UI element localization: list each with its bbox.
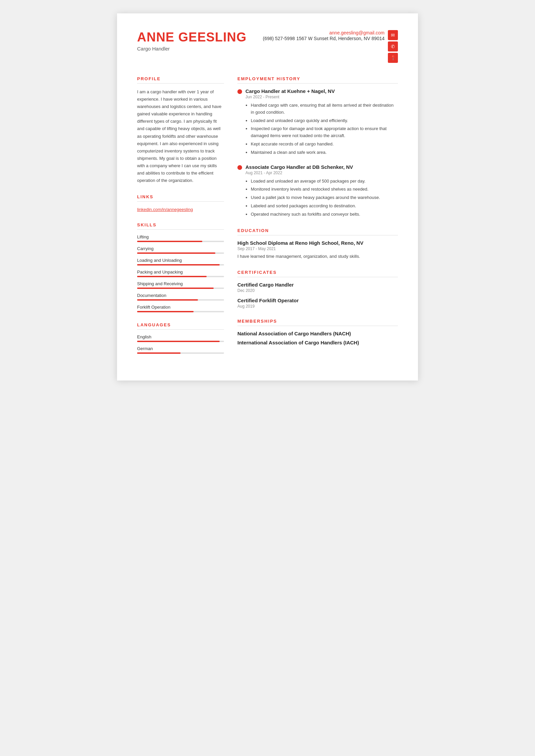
skill-item: Shipping and Receiving (137, 281, 224, 289)
header: ANNE GEESLING Cargo Handler anne.geeslin… (137, 30, 398, 63)
languages-section: LANGUAGES English German (137, 322, 224, 354)
job-bullet: Loaded and unloaded cargo quickly and ef… (251, 117, 398, 124)
education-description: I have learned time management, organiza… (237, 253, 398, 260)
linkedin-link[interactable]: linkedin.com/in/annegeesling (137, 206, 224, 212)
header-right: anne.geesling@gmail.com (698) 527-5998 1… (263, 30, 398, 63)
skill-bar-background (137, 241, 224, 242)
membership-item: National Association of Cargo Handlers (… (237, 331, 398, 336)
skill-name: Shipping and Receiving (137, 281, 224, 286)
skill-item: Lifting (137, 234, 224, 242)
job-dates: Aug 2021 - Apr 2022 (245, 171, 398, 175)
skill-bar-background (137, 299, 224, 301)
skill-bar-background (137, 276, 224, 277)
skill-name: Lifting (137, 234, 224, 239)
skills-list: Lifting Carrying Loading and Unloading P… (137, 234, 224, 312)
skills-section-title: SKILLS (137, 222, 224, 230)
profile-section-title: PROFILE (137, 76, 224, 84)
language-item: English (137, 334, 224, 342)
skill-item: Carrying (137, 246, 224, 254)
certificate-date: Dec 2020 (237, 288, 398, 293)
skill-item: Documentation (137, 293, 224, 301)
education-item: High School Diploma at Reno High School,… (237, 240, 398, 260)
skill-name: Documentation (137, 293, 224, 298)
job-bullet: Labeled and sorted packages according to… (251, 203, 398, 210)
skill-bar-fill (137, 252, 215, 254)
education-title: High School Diploma at Reno High School,… (237, 240, 398, 246)
employment-list: Cargo Handler at Kuehne + Nagel, NV Jun … (237, 88, 398, 218)
skill-item: Loading and Unloading (137, 258, 224, 265)
location-icon: 📍 (388, 53, 398, 63)
job-bullet: Maintained a clean and safe work area. (251, 149, 398, 156)
job-dates: Jun 2022 - Present (245, 95, 398, 99)
skill-name: Loading and Unloading (137, 258, 224, 263)
skill-bar-background (137, 288, 224, 289)
job-title: Associate Cargo Handler at DB Schenker, … (245, 164, 353, 170)
education-section-title: EDUCATION (237, 228, 398, 235)
job-dot (237, 89, 242, 94)
skill-name: Carrying (137, 246, 224, 251)
membership-item: International Association of Cargo Handl… (237, 340, 398, 345)
language-bar-background (137, 352, 224, 354)
skill-bar-background (137, 264, 224, 265)
employment-section-title: EMPLOYMENT HISTORY (237, 76, 398, 84)
job-item: Associate Cargo Handler at DB Schenker, … (237, 164, 398, 218)
skill-name: Forklift Operation (137, 305, 224, 310)
job-bullet: Loaded and unloaded an average of 500 pa… (251, 178, 398, 185)
skill-bar-background (137, 252, 224, 254)
phone-number: (698) 527-5998 (263, 36, 295, 41)
certificate-date: Aug 2019 (237, 304, 398, 309)
job-header: Cargo Handler at Kuehne + Nagel, NV (237, 88, 398, 94)
education-list: High School Diploma at Reno High School,… (237, 240, 398, 260)
skill-bar-fill (137, 299, 198, 301)
certificates-list: Certified Cargo Handler Dec 2020 Certifi… (237, 282, 398, 309)
address: 1567 W Sunset Rd, Henderson, NV 89014 (296, 36, 385, 41)
job-dot (237, 165, 242, 170)
links-section-title: LINKS (137, 194, 224, 202)
left-column: PROFILE I am a cargo handler with over 1… (137, 76, 224, 364)
job-bullets: Loaded and unloaded an average of 500 pa… (245, 178, 398, 218)
memberships-section-title: MEMBERSHIPS (237, 319, 398, 326)
skill-bar-fill (137, 311, 194, 312)
skill-item: Forklift Operation (137, 305, 224, 312)
job-bullets: Handled cargo with care, ensuring that a… (245, 102, 398, 156)
education-section: EDUCATION High School Diploma at Reno Hi… (237, 228, 398, 260)
profile-text: I am a cargo handler with over 1 year of… (137, 88, 224, 184)
linkedin-anchor[interactable]: linkedin.com/in/annegeesling (137, 207, 193, 212)
job-bullet: Handled cargo with care, ensuring that a… (251, 102, 398, 116)
education-dates: Sep 2017 - May 2021 (237, 246, 398, 251)
memberships-list: National Association of Cargo Handlers (… (237, 331, 398, 345)
language-item: German (137, 346, 224, 354)
language-bar-fill (137, 352, 181, 354)
main-content: PROFILE I am a cargo handler with over 1… (137, 76, 398, 364)
job-header: Associate Cargo Handler at DB Schenker, … (237, 164, 398, 170)
contact-icons: ✉ ✆ 📍 (388, 30, 398, 63)
certificate-name: Certified Forklift Operator (237, 298, 398, 303)
job-bullet: Kept accurate records of all cargo handl… (251, 141, 398, 148)
skills-section: SKILLS Lifting Carrying Loading and Unlo… (137, 222, 224, 312)
certificate-item: Certified Cargo Handler Dec 2020 (237, 282, 398, 293)
certificate-name: Certified Cargo Handler (237, 282, 398, 288)
job-item: Cargo Handler at Kuehne + Nagel, NV Jun … (237, 88, 398, 156)
job-bullet: Used a pallet jack to move heavy package… (251, 194, 398, 201)
job-bullet: Operated machinery such as forklifts and… (251, 211, 398, 218)
certificate-item: Certified Forklift Operator Aug 2019 (237, 298, 398, 309)
language-name: German (137, 346, 224, 351)
job-bullet: Inspected cargo for damage and took appr… (251, 125, 398, 139)
email-link[interactable]: anne.geesling@gmail.com (263, 30, 385, 35)
certificates-section-title: CERTIFICATES (237, 270, 398, 277)
languages-list: English German (137, 334, 224, 354)
resume-container: ANNE GEESLING Cargo Handler anne.geeslin… (117, 13, 418, 381)
employment-section: EMPLOYMENT HISTORY Cargo Handler at Kueh… (237, 76, 398, 218)
job-title: Cargo Handler at Kuehne + Nagel, NV (245, 88, 335, 94)
language-name: English (137, 334, 224, 339)
skill-name: Packing and Unpacking (137, 269, 224, 275)
languages-section-title: LANGUAGES (137, 322, 224, 330)
certificates-section: CERTIFICATES Certified Cargo Handler Dec… (237, 270, 398, 309)
skill-bar-background (137, 311, 224, 312)
memberships-section: MEMBERSHIPS National Association of Carg… (237, 319, 398, 345)
phone-icon: ✆ (388, 41, 398, 51)
skill-bar-fill (137, 264, 220, 265)
links-section: LINKS linkedin.com/in/annegeesling (137, 194, 224, 212)
language-bar-background (137, 341, 224, 342)
skill-bar-fill (137, 241, 202, 242)
